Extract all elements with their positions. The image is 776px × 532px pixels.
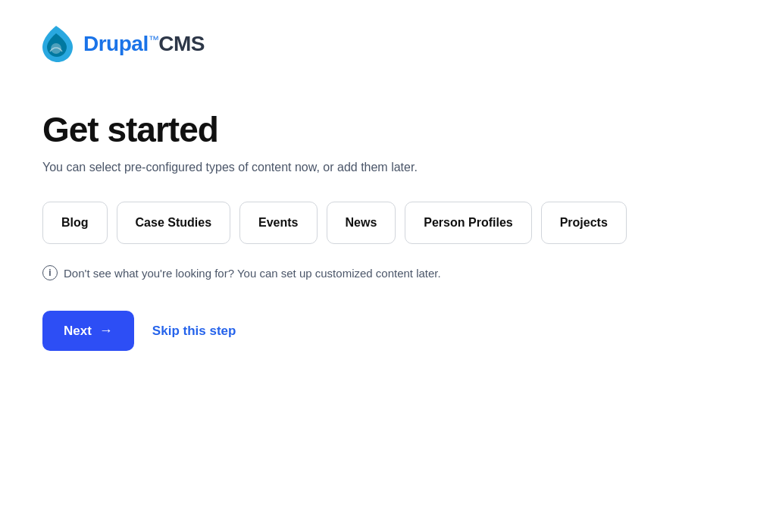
info-row: i Don't see what you're looking for? You… [42,265,740,280]
skip-step-button[interactable]: Skip this step [152,324,236,339]
content-type-case-studies[interactable]: Case Studies [117,202,230,244]
info-icon: i [42,265,58,280]
next-label: Next [64,324,92,339]
page-subtitle: You can select pre-configured types of c… [42,161,740,174]
logo-text: Drupal™CMS [83,32,205,56]
action-row: Next → Skip this step [42,311,740,351]
main-content: Get started You can select pre-configure… [36,109,740,351]
content-type-projects[interactable]: Projects [541,202,627,244]
next-button[interactable]: Next → [42,311,134,351]
info-text: Don't see what you're looking for? You c… [64,267,441,280]
next-arrow-icon: → [99,323,113,339]
content-type-events[interactable]: Events [239,202,317,244]
drupal-logo-icon [36,24,76,64]
content-type-blog[interactable]: Blog [42,202,108,244]
page-container: Drupal™CMS Get started You can select pr… [0,0,776,375]
content-type-person-profiles[interactable]: Person Profiles [405,202,531,244]
page-title: Get started [42,109,740,150]
content-type-news[interactable]: News [327,202,396,244]
content-types-group: Blog Case Studies Events News Person Pro… [42,202,740,244]
logo-area: Drupal™CMS [36,24,740,64]
